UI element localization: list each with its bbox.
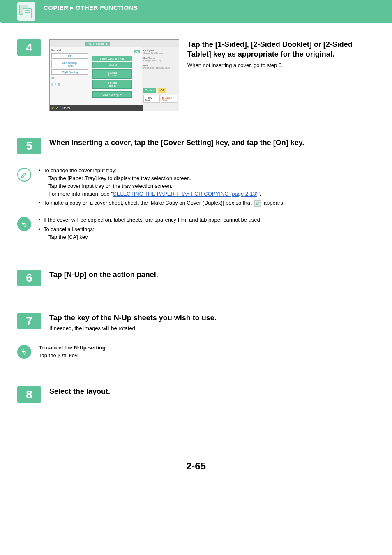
step-number: 4 <box>17 39 41 56</box>
warning-block: To cancel the N-Up setting Tap the [Off]… <box>17 344 375 360</box>
step-title: Tap the key of the N-Up sheets you wish … <box>49 313 375 323</box>
checkmark-icon <box>254 200 261 207</box>
breadcrumb-part-section[interactable]: OTHER FUNCTIONS <box>76 4 138 11</box>
note-line: Tap the [Off] key. <box>39 352 375 360</box>
step-number: 6 <box>17 270 41 286</box>
divider <box>17 126 375 126</box>
step-subtext: When not inserting a cover, go to step 6… <box>187 62 375 68</box>
divider <box>17 258 375 258</box>
step-subtext: If needed, the images will be rotated. <box>49 325 375 331</box>
check-icon[interactable]: ✓ <box>56 106 59 110</box>
divider <box>17 301 375 301</box>
page-number: 2-65 <box>17 460 375 472</box>
note-line: To cancel all settings: <box>44 226 95 232</box>
option-right-binding[interactable]: Right Binding <box>51 69 88 75</box>
action-n-up[interactable]: N-UpPut Multiple Pages in A Page <box>143 64 177 69</box>
note-line: For more information, see "SELECTING THE… <box>44 190 375 198</box>
svg-rect-1 <box>23 8 31 18</box>
option-2-sided-booklet[interactable]: 2-Sided Booklet <box>92 69 132 79</box>
note-line: Tap the [Paper Tray] key to display the … <box>44 175 375 183</box>
warning-block: If the cover will be copied on, label sh… <box>17 216 375 243</box>
note-line: If the cover will be copied on, label sh… <box>39 216 375 224</box>
option-off[interactable]: Off <box>51 53 88 59</box>
undo-icon <box>17 217 31 231</box>
divider <box>17 375 375 375</box>
copies-label: No. of copies <box>88 42 104 45</box>
note-line: To make a copy on a cover sheet, check t… <box>39 199 375 207</box>
action-sort-group[interactable]: Sort/GroupChange Sort/Group <box>143 57 177 62</box>
star-icon[interactable]: ★ <box>51 106 54 110</box>
step-number: 5 <box>17 138 41 154</box>
selecting-paper-tray-link[interactable]: SELECTING THE PAPER TRAY FOR COPYING (pa… <box>113 191 258 197</box>
step-title: Select the layout. <box>49 386 375 396</box>
note-block: To change the cover input tray: Tap the … <box>17 167 375 209</box>
pencil-icon <box>17 168 31 182</box>
step-title: Tap the [1-Sided], [2-Sided Booklet] or … <box>187 39 375 60</box>
chevron-right-icon: ► <box>69 4 75 11</box>
option-1-sided[interactable]: 1-Sided <box>92 62 132 68</box>
others-tab[interactable]: Others <box>62 106 70 109</box>
booklet-label: Booklet <box>51 49 88 52</box>
select-original-type: Select Original Type. <box>92 56 132 61</box>
breadcrumb: COPIER ► OTHER FUNCTIONS <box>44 2 138 11</box>
action-original[interactable]: ▸ OriginalChange Size/Direction <box>143 49 177 54</box>
step-number: 7 <box>17 313 41 329</box>
step-title: Tap [N-Up] on the action panel. <box>49 270 375 280</box>
dashed-divider <box>17 162 375 162</box>
copier-icon <box>17 2 35 21</box>
cover-setting-button[interactable]: Cover Setting▸ <box>92 91 132 98</box>
option-2-sided-tablet[interactable]: 2-Sided Tablet <box>92 80 132 89</box>
step-5: 5 When inserting a cover, tap the [Cover… <box>17 138 375 243</box>
step-title: When inserting a cover, tap the [Cover S… <box>49 138 375 148</box>
breadcrumb-part-copier[interactable]: COPIER <box>44 4 69 11</box>
note-line: Tap the [CA] key. <box>44 234 375 241</box>
note-line: To change the cover input tray: <box>44 167 117 173</box>
undo-icon <box>17 345 31 359</box>
bw-start-button[interactable]: ◇ B/W Start <box>143 95 160 103</box>
header-bar: COPIER ► OTHER FUNCTIONS <box>0 0 392 23</box>
colour-start-button[interactable]: ◆ Colour Start <box>161 95 177 103</box>
step-number: 8 <box>17 386 41 403</box>
step-6: 6 Tap [N-Up] on the action panel. <box>17 270 375 286</box>
option-left-binding[interactable]: Left Binding/ Tablet <box>51 60 88 68</box>
note-heading: To cancel the N-Up setting <box>39 345 106 351</box>
preview-button[interactable]: Preview <box>143 88 156 92</box>
step-7: 7 Tap the key of the N-Up sheets you wis… <box>17 313 375 360</box>
note-line: Tap the cover input tray on the tray sel… <box>44 183 375 190</box>
step-8: 8 Select the layout. <box>17 386 375 403</box>
copies-value: 1 <box>106 42 108 45</box>
device-screenshot: No. of copies 1 OK Booklet Off Left Bind… <box>49 39 179 111</box>
ok-button[interactable]: OK <box>134 50 140 53</box>
ca-button[interactable]: CA <box>158 88 166 92</box>
dashed-divider <box>17 339 375 339</box>
step-4: 4 No. of copies 1 OK Booklet Off Left Bi… <box>17 39 375 111</box>
